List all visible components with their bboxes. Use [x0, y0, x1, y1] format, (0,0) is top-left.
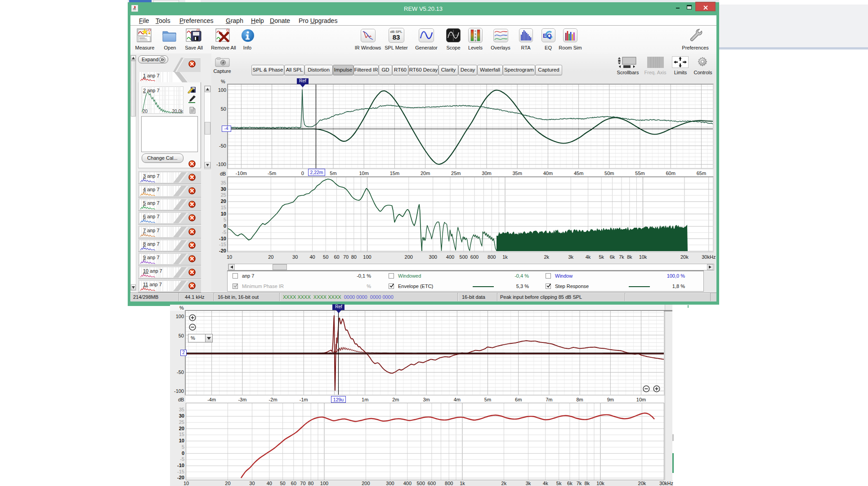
svg-text:6: 6: [474, 36, 476, 39]
svg-text:9: 9: [474, 39, 476, 42]
svg-text:3: 3: [474, 33, 476, 36]
svg-text:EQ: EQ: [543, 32, 552, 39]
svg-text:0: 0: [474, 30, 476, 32]
